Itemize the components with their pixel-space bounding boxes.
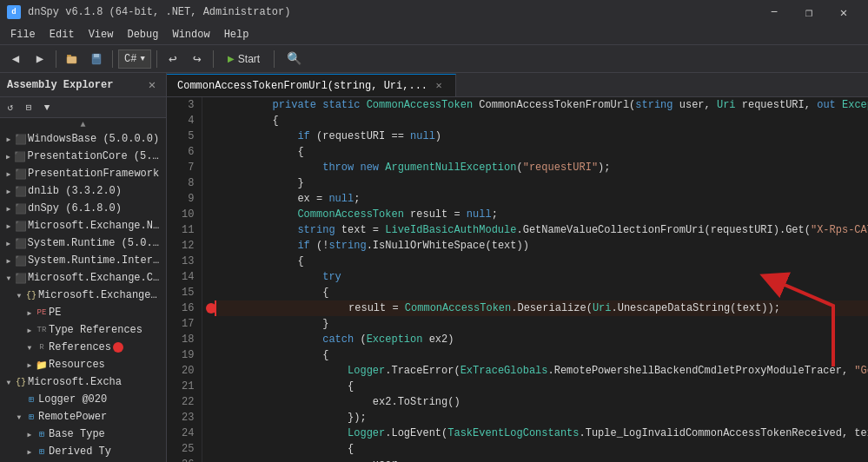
line-number: 8 bbox=[167, 175, 202, 191]
svg-rect-1 bbox=[67, 55, 71, 56]
line-code: private static CommonAccessToken CommonA… bbox=[215, 97, 868, 113]
tab-close-button[interactable]: ✕ bbox=[433, 80, 445, 92]
code-line-18: 18 catch (Exception ex2) bbox=[167, 332, 868, 347]
line-code: { bbox=[215, 285, 868, 300]
tree-item-dnspy[interactable]: ▶ ⬛ dnSpy (6.1.8.0) bbox=[0, 200, 166, 217]
menu-view[interactable]: View bbox=[82, 27, 121, 43]
forward-button[interactable]: ▶ bbox=[30, 49, 50, 69]
menu-window[interactable]: Window bbox=[165, 27, 216, 43]
sidebar-toolbar: ↺ ⊟ ▼ bbox=[0, 97, 166, 118]
code-line-6: 6 { bbox=[167, 144, 868, 160]
tree-item-windowsbase[interactable]: ▶ ⬛ WindowsBase (5.0.0.0) bbox=[0, 130, 166, 148]
open-button[interactable] bbox=[62, 49, 83, 69]
toolbar-separator-5 bbox=[274, 50, 275, 68]
code-line-19: 19 { bbox=[167, 347, 868, 363]
tree-label: Derived Ty bbox=[49, 446, 111, 458]
redo-button[interactable]: ↪ bbox=[187, 49, 208, 69]
active-tab[interactable]: CommonAccessTokenFromUrl(string, Uri,...… bbox=[167, 74, 456, 96]
menu-file[interactable]: File bbox=[3, 27, 43, 43]
svg-rect-3 bbox=[94, 54, 99, 57]
sidebar-close-button[interactable]: ✕ bbox=[145, 78, 159, 92]
tree-arrow: ▶ bbox=[3, 217, 14, 234]
app-icon: d bbox=[7, 5, 21, 19]
window-controls: − ❐ ✕ bbox=[757, 0, 861, 24]
line-gutter bbox=[202, 410, 215, 426]
line-gutter bbox=[202, 97, 215, 113]
tree-item-basetype[interactable]: ▶ ⊞ Base Type bbox=[0, 426, 166, 443]
tree-label: Logger @020 bbox=[38, 393, 107, 406]
tree-item-remotepower[interactable]: ▼ ⊞ RemotePower bbox=[0, 408, 166, 426]
line-gutter bbox=[202, 300, 215, 316]
tree-item-msexcon[interactable]: ▼ ⬛ Microsoft.Exchange.Con bbox=[0, 269, 166, 287]
line-number: 19 bbox=[167, 347, 202, 363]
tree-item-msexcha-ns[interactable]: ▼ {} Microsoft.Excha bbox=[0, 373, 166, 391]
pe-icon: PE bbox=[35, 304, 49, 321]
tree-item-resources[interactable]: ▶ 📁 Resources bbox=[0, 356, 166, 373]
menu-help[interactable]: Help bbox=[217, 27, 256, 43]
minimize-button[interactable]: − bbox=[757, 0, 792, 24]
tree-item-sysruntime[interactable]: ▶ ⬛ System.Runtime (5.0.0.0) bbox=[0, 234, 166, 252]
tree-item-dnlib[interactable]: ▶ ⬛ dnlib (3.3.2.0) bbox=[0, 182, 166, 200]
code-line-8: 8 } bbox=[167, 175, 868, 191]
play-icon: ▶ bbox=[228, 54, 235, 63]
tree-label: Microsoft.Exchange.Con bbox=[28, 272, 162, 284]
line-code: Logger.LogEvent(TaskEventLogConstants.Tu… bbox=[215, 426, 868, 441]
back-button[interactable]: ◀ bbox=[5, 49, 26, 69]
tree-label: PE bbox=[49, 307, 61, 319]
search-button[interactable]: 🔍 bbox=[283, 49, 304, 69]
tree-item-type-references[interactable]: ▶ TR Type References bbox=[0, 321, 166, 339]
toolbar: ◀ ▶ C# ▼ ↩ ↪ ▶ Start 🔍 bbox=[0, 45, 868, 73]
tree-label: System.Runtime (5.0.0.0) bbox=[28, 237, 162, 249]
tree-label: Base Type bbox=[49, 428, 105, 440]
code-editor[interactable]: 3 private static CommonAccessToken Commo… bbox=[167, 97, 868, 462]
tree-item-msexnet[interactable]: ▶ ⬛ Microsoft.Exchange.Net bbox=[0, 217, 166, 234]
assembly-icon: ⬛ bbox=[14, 165, 28, 182]
type-ref-icon: TR bbox=[35, 321, 49, 339]
code-line-3: 3 private static CommonAccessToken Commo… bbox=[167, 97, 868, 113]
start-button[interactable]: ▶ Start bbox=[219, 49, 268, 69]
line-number: 11 bbox=[167, 222, 202, 238]
tree-arrow: ▶ bbox=[3, 148, 13, 165]
tree-arrow: ▶ bbox=[3, 165, 14, 182]
assembly-icon: ⬛ bbox=[14, 200, 28, 217]
line-number: 15 bbox=[167, 285, 202, 300]
sidebar-refresh-button[interactable]: ↺ bbox=[2, 99, 19, 116]
line-code: { bbox=[215, 441, 868, 457]
tree-arrow: ▶ bbox=[24, 304, 35, 321]
line-number: 5 bbox=[167, 129, 202, 144]
save-button[interactable] bbox=[86, 49, 107, 69]
line-number: 4 bbox=[167, 113, 202, 129]
line-number: 10 bbox=[167, 207, 202, 222]
tree-arrow: ▶ bbox=[24, 426, 35, 443]
code-line-15: 15 { bbox=[167, 285, 868, 300]
language-dropdown[interactable]: C# ▼ bbox=[118, 50, 151, 69]
line-number: 20 bbox=[167, 363, 202, 379]
tree-item-pe[interactable]: ▶ PE PE bbox=[0, 304, 166, 321]
tree-item-presentationcore[interactable]: ▶ ⬛ PresentationCore (5.0.0.0 bbox=[0, 148, 166, 165]
menu-edit[interactable]: Edit bbox=[43, 27, 82, 43]
tree-item-references[interactable]: ▼ R References bbox=[0, 339, 166, 356]
tree-item-logger[interactable]: ⊞ Logger @020 bbox=[0, 391, 166, 408]
tree-item-namespace[interactable]: ▼ {} Microsoft.Exchange.C bbox=[0, 287, 166, 304]
line-gutter bbox=[202, 238, 215, 254]
line-code: try bbox=[215, 269, 868, 285]
tree-item-presentationfw[interactable]: ▶ ⬛ PresentationFramework bbox=[0, 165, 166, 182]
line-code: throw new ArgumentNullException("request… bbox=[215, 160, 868, 175]
svg-rect-0 bbox=[67, 56, 76, 63]
tree-item-sysruntimeinterop[interactable]: ▶ ⬛ System.Runtime.Interop bbox=[0, 252, 166, 269]
tree-label: Type References bbox=[49, 324, 142, 336]
code-line-13: 13 { bbox=[167, 254, 868, 269]
menu-debug[interactable]: Debug bbox=[120, 27, 165, 43]
sidebar-filter-button[interactable]: ▼ bbox=[38, 99, 56, 116]
type-icon2: ⊞ bbox=[24, 408, 38, 426]
line-number: 13 bbox=[167, 254, 202, 269]
close-button[interactable]: ✕ bbox=[826, 0, 861, 24]
title-bar: d dnSpy v6.1.8 (64-bit, .NET, Administra… bbox=[0, 0, 868, 24]
sidebar-scroll-up[interactable]: ▲ bbox=[0, 118, 166, 130]
breakpoint-indicator bbox=[206, 303, 216, 314]
tree-item-derivedtype[interactable]: ▶ ⊞ Derived Ty bbox=[0, 443, 166, 460]
sidebar-collapse-button[interactable]: ⊟ bbox=[20, 99, 37, 116]
assembly-icon: ⬛ bbox=[14, 182, 28, 200]
undo-button[interactable]: ↩ bbox=[162, 49, 183, 69]
maximize-button[interactable]: ❐ bbox=[792, 0, 826, 24]
